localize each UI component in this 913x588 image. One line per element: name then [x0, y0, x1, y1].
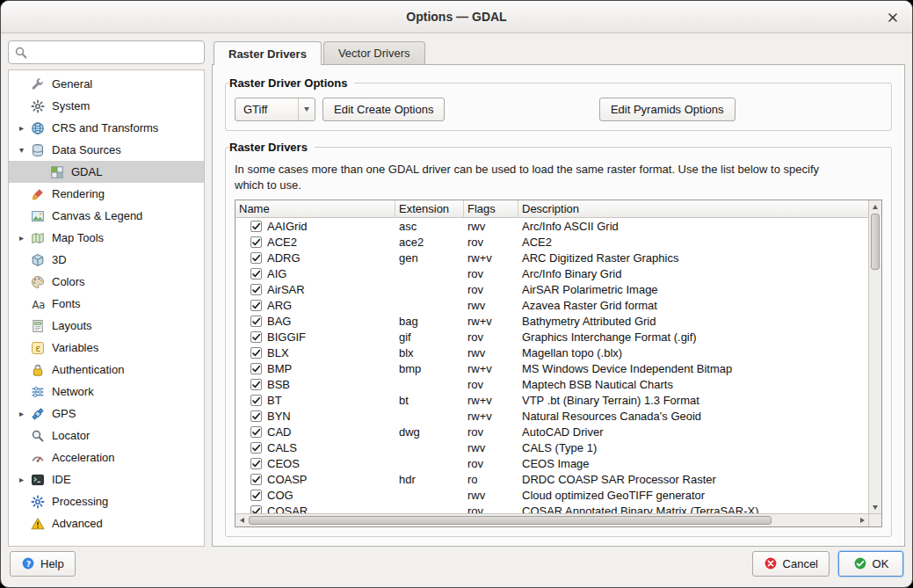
column-header-extension[interactable]: Extension: [395, 200, 464, 217]
vertical-scroll-handle[interactable]: [871, 214, 880, 270]
table-row[interactable]: BLXblxrwvMagellan topo (.blx): [235, 345, 868, 360]
sidebar-item-gdal[interactable]: GDAL: [9, 161, 204, 183]
driver-enabled-checkbox[interactable]: [250, 268, 262, 279]
driver-enabled-checkbox[interactable]: [250, 236, 262, 248]
sidebar-item-colors[interactable]: Colors: [9, 271, 204, 293]
table-row[interactable]: BYNrw+vNatural Resources Canada's Geoid: [235, 408, 868, 424]
cancel-button[interactable]: Cancel: [752, 551, 830, 577]
table-row[interactable]: AirSARrovAirSAR Polarimetric Image: [235, 281, 868, 297]
ok-icon: [853, 556, 867, 570]
sidebar-item-processing[interactable]: Processing: [9, 490, 204, 512]
table-row[interactable]: ADRGgenrw+vARC Digitized Raster Graphics: [235, 250, 868, 265]
sidebar-item-layouts[interactable]: Layouts: [9, 315, 204, 337]
table-row[interactable]: ARGrwvAzavea Raster Grid format: [235, 297, 868, 313]
driver-enabled-checkbox[interactable]: [250, 426, 262, 438]
tab-raster-drivers[interactable]: Raster Drivers: [214, 41, 322, 65]
driver-enabled-checkbox[interactable]: [250, 363, 262, 374]
drivers-table-content: Name Extension Flags Description AAIGrid…: [235, 200, 868, 513]
sidebar-item-locator[interactable]: Locator: [9, 425, 204, 446]
sidebar-item-label: Authentication: [48, 363, 124, 376]
sidebar-item-map-tools[interactable]: ▸Map Tools: [9, 227, 204, 249]
ok-button[interactable]: OK: [838, 551, 903, 577]
driver-name-cell: ACE2: [235, 236, 395, 249]
title-bar[interactable]: Options — GDAL: [1, 1, 912, 33]
driver-enabled-checkbox[interactable]: [250, 505, 262, 513]
table-row[interactable]: BSBrovMaptech BSB Nautical Charts: [235, 376, 868, 392]
scroll-down-icon[interactable]: [869, 501, 881, 513]
table-row[interactable]: ACE2ace2rovACE2: [235, 234, 868, 250]
driver-enabled-checkbox[interactable]: [250, 395, 262, 406]
table-row[interactable]: COGrwvCloud optimized GeoTIFF generator: [235, 487, 868, 503]
sidebar-item-general[interactable]: General: [9, 73, 204, 95]
chevron-right-icon[interactable]: ▸: [19, 234, 31, 243]
driver-enabled-checkbox[interactable]: [250, 474, 262, 485]
driver-enabled-checkbox[interactable]: [250, 300, 262, 311]
table-row[interactable]: BMPbmprw+vMS Windows Device Independent …: [235, 360, 868, 376]
raster-driver-options-group: Raster Driver Options GTiff Edit Create …: [225, 83, 892, 131]
sidebar-item-crs-transforms[interactable]: ▸CRS and Transforms: [9, 117, 204, 139]
scroll-up-icon[interactable]: [869, 200, 881, 213]
edit-pyramids-options-button[interactable]: Edit Pyramids Options: [599, 98, 735, 121]
driver-description: Bathymetry Attributed Grid: [518, 315, 868, 328]
chevron-right-icon[interactable]: ▸: [19, 475, 31, 484]
table-row[interactable]: BTbtrw+vVTP .bt (Binary Terrain) 1.3 For…: [235, 392, 868, 408]
driver-description: Arc/Info ASCII Grid: [518, 220, 868, 233]
table-row[interactable]: CADdwgrovAutoCAD Driver: [235, 424, 868, 439]
driver-enabled-checkbox[interactable]: [250, 490, 262, 501]
driver-enabled-checkbox[interactable]: [250, 221, 262, 232]
driver-enabled-checkbox[interactable]: [250, 331, 262, 343]
sidebar-item-acceleration[interactable]: Acceleration: [9, 446, 204, 468]
help-button[interactable]: ? Help: [10, 551, 76, 577]
sidebar-item-system[interactable]: System: [9, 95, 204, 117]
search-box[interactable]: [8, 40, 205, 64]
sidebar-item-variables[interactable]: εVariables: [9, 337, 204, 359]
tab-vector-drivers[interactable]: Vector Drivers: [323, 41, 425, 64]
driver-enabled-checkbox[interactable]: [250, 410, 262, 422]
table-row[interactable]: CEOSrovCEOS Image: [235, 455, 868, 471]
sidebar-item-canvas-legend[interactable]: Canvas & Legend: [9, 205, 204, 227]
sidebar-item-gps[interactable]: ▸GPS: [9, 403, 204, 425]
scroll-right-icon[interactable]: [856, 514, 868, 526]
close-button[interactable]: [881, 6, 903, 28]
table-row[interactable]: BIGGIFgifrovGraphics Interchange Format …: [235, 329, 868, 345]
table-row[interactable]: BAGbagrw+vBathymetry Attributed Grid: [235, 313, 868, 329]
vertical-scroll-track[interactable]: [869, 213, 881, 501]
sidebar-item-ide[interactable]: ▸IDE: [9, 468, 204, 490]
column-header-name[interactable]: Name: [235, 200, 395, 217]
sidebar-item-advanced[interactable]: Advanced: [9, 512, 204, 534]
table-row[interactable]: COSARrovCOSAR Annotated Binary Matrix (T…: [235, 503, 868, 513]
vertical-scrollbar[interactable]: [868, 200, 881, 513]
sidebar: GeneralSystem▸CRS and Transforms▾Data So…: [8, 40, 205, 547]
search-input[interactable]: [32, 46, 199, 59]
driver-enabled-checkbox[interactable]: [250, 284, 262, 295]
driver-flags: rw+v: [464, 315, 518, 328]
chevron-right-icon[interactable]: ▸: [19, 410, 31, 418]
horizontal-scroll-handle[interactable]: [249, 516, 772, 525]
driver-enabled-checkbox[interactable]: [250, 458, 262, 469]
table-row[interactable]: CALSrwvCALS (Type 1): [235, 439, 868, 455]
table-row[interactable]: AIGrovArc/Info Binary Grid: [235, 265, 868, 281]
sidebar-item-network[interactable]: Network: [9, 381, 204, 403]
horizontal-scroll-track[interactable]: [248, 514, 856, 526]
driver-enabled-checkbox[interactable]: [250, 379, 262, 390]
edit-create-options-button[interactable]: Edit Create Options: [322, 98, 445, 121]
table-row[interactable]: AAIGridascrwvArc/Info ASCII Grid: [235, 218, 868, 234]
driver-enabled-checkbox[interactable]: [250, 347, 262, 359]
driver-enabled-checkbox[interactable]: [250, 442, 262, 454]
driver-enabled-checkbox[interactable]: [250, 252, 262, 264]
sidebar-item-fonts[interactable]: AaFonts: [9, 293, 204, 315]
horizontal-scrollbar[interactable]: [235, 514, 868, 526]
sidebar-item-rendering[interactable]: Rendering: [9, 183, 204, 205]
column-header-flags[interactable]: Flags: [464, 200, 518, 217]
chevron-down-icon[interactable]: ▾: [19, 146, 31, 155]
column-header-description[interactable]: Description: [518, 200, 868, 217]
driver-select[interactable]: GTiff: [235, 98, 315, 121]
sidebar-item-3d[interactable]: 3D: [9, 249, 204, 271]
scroll-left-icon[interactable]: [235, 514, 248, 526]
chevron-right-icon[interactable]: ▸: [19, 124, 31, 133]
raster-drivers-description: In some cases more than one GDAL driver …: [235, 162, 850, 192]
driver-enabled-checkbox[interactable]: [250, 316, 262, 327]
sidebar-item-data-sources[interactable]: ▾Data Sources: [9, 139, 204, 161]
sidebar-item-authentication[interactable]: Authentication: [9, 359, 204, 381]
table-row[interactable]: COASPhdrroDRDC COASP SAR Processor Raste…: [235, 471, 868, 487]
